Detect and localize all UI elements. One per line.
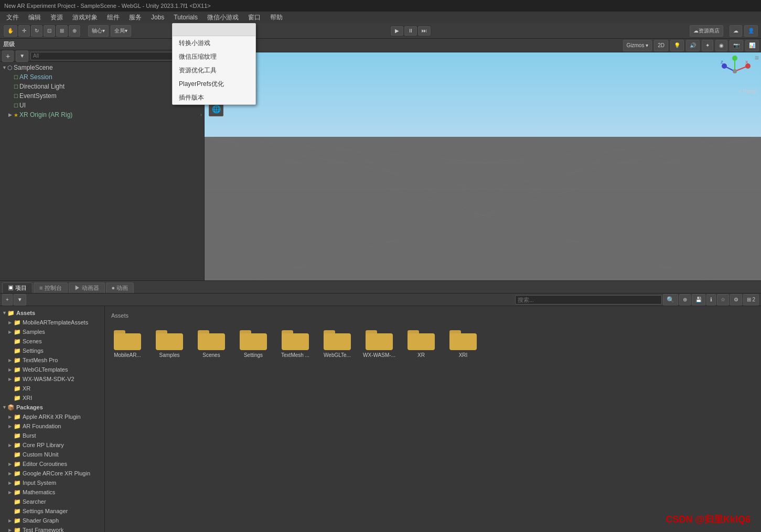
menu-tutorials[interactable]: Tutorials [169,13,202,22]
dropdown-playerprefs[interactable]: PlayerPrefs优化 [173,77,255,91]
tab-project[interactable]: ▣ 项目 [2,283,33,293]
project-add-button[interactable]: + [2,294,13,306]
menu-assets[interactable]: 资源 [46,12,67,23]
packages-section-header[interactable]: ▼ 📦 Packages [0,403,104,412]
folder-customnunit[interactable]: 📁Custom NUnit [0,450,104,459]
folder-mathematics[interactable]: ▶ 📁Mathematics [0,487,104,497]
folder-xri[interactable]: 📁XRI [0,393,104,403]
tab-animator[interactable]: ▶ 动画器 [69,283,105,293]
pause-button[interactable]: ⏸ [404,26,417,36]
dropdown-resource-optimizer[interactable]: 资源优化工具 [173,63,255,77]
folder-thumb-wxwasm [366,327,393,350]
search-icon-btn[interactable]: 🔍 [663,294,678,306]
render-stats[interactable]: 📊 [745,40,759,51]
folder-googlearcore[interactable]: ▶ 📁Google ARCore XR Plugin [0,469,104,478]
hierarchy-add-button[interactable]: + [2,50,14,62]
asset-label-scenes: Scenes [202,352,220,358]
asset-item-settings[interactable]: Settings [235,325,272,360]
tool-scale[interactable]: ⊡ [44,25,55,37]
hierarchy-item-xrorigin[interactable]: ▶ ★ XR Origin (AR Rig) › [0,110,204,120]
folder-arfoundation[interactable]: ▶ 📁AR Foundation [0,421,104,431]
tab-animation[interactable]: ● 动画 [106,283,134,293]
filter-btn[interactable]: ⊕ [679,294,691,306]
settings-btn[interactable]: ⚙ [730,294,742,306]
folder-textmeshpro[interactable]: ▶ 📁TextMesh Pro [0,355,104,365]
folder-editorcoroutines[interactable]: ▶ 📁Editor Coroutines [0,459,104,469]
hierarchy-title: 层级 [3,40,15,48]
folder-xr[interactable]: 📁XR [0,384,104,393]
folder-inputsystem[interactable]: ▶ 📁Input System [0,478,104,487]
folder-samples[interactable]: ▶ 📁Samples [0,327,104,336]
global-button[interactable]: 全局▾ [111,25,131,37]
asset-item-textmesh[interactable]: TextMesh ... [277,325,314,360]
light-button[interactable]: 💡 [670,40,684,51]
menu-component[interactable]: 组件 [103,12,124,23]
tool-transform[interactable]: ⊕ [69,25,80,37]
folder-scenes[interactable]: 📁Scenes [0,336,104,346]
scene-gizmo: X Y Z [719,56,751,87]
menu-edit[interactable]: 编辑 [24,12,45,23]
dropdown-convert-game[interactable]: 转换小游戏 [173,36,255,50]
asset-item-webglte[interactable]: WebGLTe... [319,325,356,360]
hierarchy-menu-button[interactable]: ▼ [16,50,28,62]
svg-text:X: X [745,60,748,64]
audio-button[interactable]: 🔊 [686,40,700,51]
play-button[interactable]: ▶ [391,26,403,36]
folder-webgltemplates[interactable]: ▶ 📁WebGLTemplates [0,365,104,374]
menu-gameobject[interactable]: 游戏对象 [68,12,102,23]
save-btn[interactable]: 💾 [692,294,705,306]
menu-help[interactable]: 帮助 [266,12,287,23]
tool-hand[interactable]: ✋ [4,25,17,37]
star-btn[interactable]: ☆ [717,294,729,306]
asset-item-mobilear[interactable]: MobileAR... [109,325,146,360]
menu-services[interactable]: 服务 [125,12,146,23]
folder-mobileartemplates[interactable]: ▶ 📁MobileARTemplateAssets [0,318,104,327]
folder-corerplib[interactable]: ▶ 📁Core RP Library [0,440,104,450]
columns-btn[interactable]: ⊞ 2 [743,294,759,306]
camera-overlay[interactable]: 📷 [730,40,743,51]
hidden-button[interactable]: ◉ [715,40,727,51]
tab-console[interactable]: ≡ 控制台 [34,283,67,293]
watermark: CSDN @归里KklQ6 [666,513,751,526]
menu-window[interactable]: 窗口 [244,12,265,23]
asset-item-samples[interactable]: Samples [151,325,188,360]
folder-thumb-webglte [324,327,351,350]
asset-label-webglte: WebGLTe... [324,352,351,358]
asset-item-xr[interactable]: XR [403,325,440,360]
folder-wxwasm[interactable]: ▶ 📁WX-WASM-SDK-V2 [0,374,104,384]
step-button[interactable]: ⏭ [418,26,431,36]
project-search-input[interactable] [515,295,662,305]
folder-settingsmanager[interactable]: 📁Settings Manager [0,506,104,516]
fx-button[interactable]: ✦ [702,40,713,51]
scene-hamburger-menu[interactable]: ≡ [755,53,759,62]
dropdown-compress-texture[interactable]: 微信压缩纹理 [173,50,255,63]
asset-store-button[interactable]: ☁ 资源商店 [690,25,723,37]
folder-testframework[interactable]: ▶ 📁Test Framework [0,525,104,532]
info-btn[interactable]: ℹ [706,294,716,306]
gizmos-button[interactable]: Gizmos ▾ [623,40,652,51]
asset-label-xri: XRI [459,352,468,358]
menu-file[interactable]: 文件 [2,12,23,23]
tool-rotate[interactable]: ↻ [31,25,42,37]
dropdown-plugin-version[interactable]: 插件版本 [173,91,255,104]
2d-button[interactable]: 2D [654,40,668,51]
asset-item-xri[interactable]: XRI [445,325,481,360]
assets-grid: MobileAR... Samples Scenes Settings Text… [109,325,757,360]
folder-burst[interactable]: 📁Burst [0,431,104,440]
asset-item-scenes[interactable]: Scenes [193,325,230,360]
folder-searcher[interactable]: 📁Searcher [0,497,104,506]
asset-item-wxwasm[interactable]: WX-WASM-... [361,325,398,360]
menu-jobs[interactable]: Jobs [147,13,168,22]
assets-section-header[interactable]: ▼ 📁 Assets [0,308,104,318]
toolbar-transform-tools: ✋ ✛ ↻ ⊡ ⊞ ⊕ [3,25,81,37]
tool-rect[interactable]: ⊞ [56,25,68,37]
project-menu-button[interactable]: ▼ [14,294,26,306]
pivot-button[interactable]: 轴心▾ [88,25,109,37]
folder-applarkitxr[interactable]: ▶ 📁Apple ARKit XR Plugin [0,412,104,421]
menu-wechat[interactable]: 微信小游戏 [203,12,243,23]
account-button[interactable]: 👤 [744,25,758,37]
tool-move[interactable]: ✛ [18,25,30,37]
cloud-button[interactable]: ☁ [730,25,742,37]
folder-shadergraph[interactable]: ▶ 📁Shader Graph [0,516,104,525]
folder-settings[interactable]: 📁Settings [0,346,104,355]
